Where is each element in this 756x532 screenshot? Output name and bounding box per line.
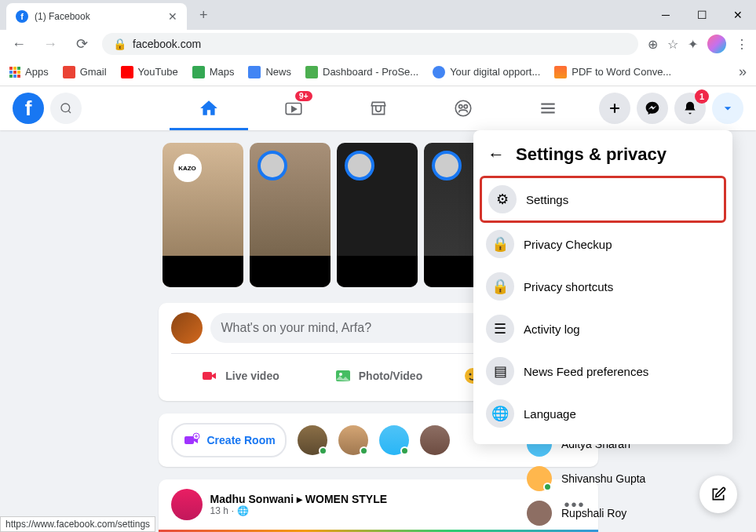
story-card[interactable] [337, 143, 418, 287]
contact-item[interactable]: Shivanshu Gupta [520, 461, 725, 496]
close-tab-icon[interactable]: ✕ [168, 10, 177, 23]
messenger-button[interactable] [637, 93, 668, 124]
marketplace-icon [368, 98, 389, 118]
create-room-button[interactable]: Create Room [171, 423, 287, 457]
header-right: 1 [599, 93, 743, 124]
post-author-avatar[interactable] [171, 489, 203, 520]
activity-log-item[interactable]: ☰ Activity log [480, 308, 726, 350]
url-text: facebook.com [133, 38, 201, 50]
room-contact-avatar[interactable] [338, 425, 368, 455]
tab-bar: f (1) Facebook ✕ + [0, 0, 756, 30]
maps-bookmark[interactable]: Maps [192, 66, 235, 78]
svg-point-13 [469, 373, 471, 376]
chrome-profile-avatar[interactable] [707, 35, 726, 53]
browser-chrome: f (1) Facebook ✕ + ─ ☐ ✕ ← → ⟳ 🔒 faceboo… [0, 0, 756, 86]
settings-privacy-dropdown: ← Settings & privacy ⚙ Settings 🔒 Privac… [473, 130, 732, 444]
globe-icon: 🌐 [486, 399, 514, 428]
newsfeed-preferences-item[interactable]: ▤ News Feed preferences [480, 350, 726, 392]
forward-button[interactable]: → [39, 36, 61, 53]
maximize-button[interactable]: ☐ [684, 0, 720, 30]
extensions-icon[interactable]: ✦ [688, 37, 698, 52]
new-tab-button[interactable]: + [193, 4, 214, 27]
create-button[interactable] [599, 93, 630, 124]
menu-tab[interactable] [509, 86, 587, 130]
search-icon [60, 102, 72, 115]
user-avatar[interactable] [171, 312, 203, 344]
language-item[interactable]: 🌐 Language [480, 392, 726, 435]
room-contact-avatar[interactable] [298, 425, 327, 455]
story-avatar [257, 151, 287, 180]
settings-item[interactable]: ⚙ Settings [480, 176, 726, 223]
compose-fab[interactable] [699, 476, 737, 513]
pdf-icon [554, 66, 567, 78]
story-card[interactable]: KAZO [163, 143, 243, 287]
more-bookmarks-icon[interactable]: » [739, 64, 747, 80]
dashboard-icon [305, 66, 318, 78]
lock-icon: 🔒 [113, 38, 126, 50]
svg-point-11 [339, 373, 342, 376]
facebook-favicon: f [16, 10, 28, 23]
facebook-nav: 9+ [170, 86, 587, 130]
dropdown-back-button[interactable]: ← [488, 144, 505, 165]
live-video-button[interactable]: Live video [171, 360, 309, 392]
edit-icon [710, 486, 726, 502]
facebook-logo[interactable]: f [13, 93, 44, 124]
status-bar: https://www.facebook.com/settings [0, 516, 155, 532]
messenger-icon [645, 100, 660, 116]
lock-icon: 🔒 [486, 272, 514, 301]
room-contact-avatar[interactable] [420, 425, 450, 455]
google-icon [433, 66, 445, 78]
video-icon [200, 366, 219, 385]
post-author-line[interactable]: Madhu Sonwani ▸ WOMEN STYLE [210, 493, 557, 505]
privacy-checkup-item[interactable]: 🔒 Privacy Checkup [480, 223, 726, 265]
lock-icon: 🔒 [486, 230, 514, 258]
privacy-shortcuts-item[interactable]: 🔒 Privacy shortcuts [480, 265, 726, 308]
minimize-button[interactable]: ─ [648, 0, 684, 30]
browser-tab[interactable]: f (1) Facebook ✕ [6, 3, 187, 30]
tab-title: (1) Facebook [35, 11, 90, 22]
watch-tab[interactable]: 9+ [254, 86, 333, 130]
story-avatar [345, 151, 374, 180]
chevron-down-icon [720, 100, 736, 116]
maps-icon [192, 66, 205, 78]
globe-icon: 🌐 [237, 505, 249, 516]
home-tab[interactable] [170, 86, 248, 130]
dropdown-title: Settings & privacy [516, 144, 667, 165]
apps-bookmark[interactable]: Apps [9, 66, 49, 78]
gmail-bookmark[interactable]: Gmail [63, 66, 107, 78]
digital-bookmark[interactable]: Your digital opport... [433, 66, 540, 78]
reload-button[interactable]: ⟳ [71, 35, 93, 53]
room-contact-avatar[interactable] [379, 425, 409, 455]
groups-tab[interactable] [424, 86, 502, 130]
gear-icon: ⚙ [488, 185, 517, 213]
url-input[interactable]: 🔒 facebook.com [102, 33, 638, 55]
notifications-button[interactable]: 1 [674, 93, 706, 124]
close-window-button[interactable]: ✕ [720, 0, 756, 30]
account-button[interactable] [712, 93, 743, 124]
svg-point-3 [455, 100, 471, 116]
home-icon [199, 98, 219, 118]
window-controls: ─ ☐ ✕ [648, 0, 756, 30]
newspaper-icon: ▤ [486, 357, 514, 385]
svg-rect-9 [203, 372, 212, 380]
news-bookmark[interactable]: News [248, 66, 291, 78]
marketplace-tab[interactable] [339, 86, 418, 130]
news-icon [248, 66, 261, 78]
star-icon[interactable]: ☆ [667, 37, 678, 52]
chrome-menu-icon[interactable]: ⋮ [736, 37, 748, 52]
contact-item[interactable]: Rupshali Roy [520, 496, 725, 530]
story-card[interactable] [250, 143, 331, 287]
bookmarks-bar: Apps Gmail YouTube Maps News Dashboard -… [0, 58, 756, 86]
bell-icon [682, 100, 698, 116]
zoom-icon[interactable]: ⊕ [648, 37, 658, 52]
pdf-bookmark[interactable]: PDF to Word Conve... [554, 66, 671, 78]
svg-point-4 [458, 105, 462, 108]
dashboard-bookmark[interactable]: Dashboard - ProSe... [305, 66, 418, 78]
back-button[interactable]: ← [8, 36, 30, 53]
youtube-bookmark[interactable]: YouTube [121, 66, 178, 78]
contact-avatar [527, 466, 552, 491]
search-button[interactable] [50, 93, 82, 124]
room-icon [182, 431, 201, 450]
photo-video-button[interactable]: Photo/Video [309, 360, 447, 392]
watch-badge: 9+ [295, 91, 312, 101]
